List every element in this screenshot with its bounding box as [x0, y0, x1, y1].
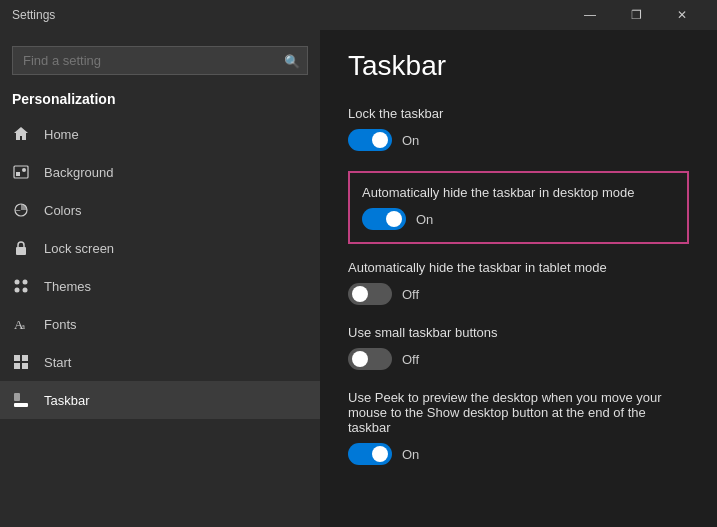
auto-hide-desktop-toggle[interactable] [362, 208, 406, 230]
search-input[interactable] [12, 46, 308, 75]
small-buttons-thumb [352, 351, 368, 367]
lock-taskbar-toggle-row: On [348, 129, 689, 151]
svg-rect-15 [14, 403, 28, 407]
setting-auto-hide-tablet: Automatically hide the taskbar in tablet… [348, 260, 689, 305]
setting-small-buttons: Use small taskbar buttons Off [348, 325, 689, 370]
svg-point-2 [22, 168, 26, 172]
sidebar: 🔍 Personalization Home Background [0, 30, 320, 527]
colors-icon [12, 201, 30, 219]
peek-preview-state: On [402, 447, 419, 462]
sidebar-item-colors[interactable]: Colors [0, 191, 320, 229]
svg-point-5 [15, 280, 20, 285]
background-icon [12, 163, 30, 181]
lock-taskbar-state: On [402, 133, 419, 148]
peek-preview-label: Use Peek to preview the desktop when you… [348, 390, 689, 435]
sidebar-item-home[interactable]: Home [0, 115, 320, 153]
sidebar-item-label-start: Start [44, 355, 71, 370]
sidebar-section-title: Personalization [0, 87, 320, 115]
search-container: 🔍 [12, 46, 308, 75]
svg-rect-16 [14, 393, 20, 401]
sidebar-item-label-home: Home [44, 127, 79, 142]
lock-taskbar-label: Lock the taskbar [348, 106, 689, 121]
auto-hide-tablet-toggle-row: Off [348, 283, 689, 305]
svg-point-8 [23, 288, 28, 293]
peek-preview-toggle-row: On [348, 443, 689, 465]
sidebar-item-start[interactable]: Start [0, 343, 320, 381]
auto-hide-desktop-label: Automatically hide the taskbar in deskto… [362, 185, 675, 200]
sidebar-item-label-colors: Colors [44, 203, 82, 218]
auto-hide-desktop-toggle-row: On [362, 208, 675, 230]
sidebar-item-label-background: Background [44, 165, 113, 180]
svg-point-7 [15, 288, 20, 293]
app-body: 🔍 Personalization Home Background [0, 30, 717, 527]
setting-peek-preview: Use Peek to preview the desktop when you… [348, 390, 689, 465]
search-icon: 🔍 [284, 53, 300, 68]
sidebar-item-label-lock-screen: Lock screen [44, 241, 114, 256]
close-button[interactable]: ✕ [659, 0, 705, 30]
sidebar-item-label-fonts: Fonts [44, 317, 77, 332]
sidebar-item-themes[interactable]: Themes [0, 267, 320, 305]
auto-hide-tablet-thumb [352, 286, 368, 302]
small-buttons-state: Off [402, 352, 419, 367]
themes-icon [12, 277, 30, 295]
svg-point-6 [23, 280, 28, 285]
maximize-button[interactable]: ❐ [613, 0, 659, 30]
content-area: Taskbar Lock the taskbar On Automaticall… [320, 30, 717, 527]
setting-lock-taskbar: Lock the taskbar On [348, 106, 689, 151]
auto-hide-desktop-thumb [386, 211, 402, 227]
fonts-icon: A a [12, 315, 30, 333]
auto-hide-tablet-toggle[interactable] [348, 283, 392, 305]
lock-taskbar-thumb [372, 132, 388, 148]
svg-rect-14 [22, 363, 28, 369]
start-icon [12, 353, 30, 371]
sidebar-item-label-themes: Themes [44, 279, 91, 294]
sidebar-item-fonts[interactable]: A a Fonts [0, 305, 320, 343]
svg-rect-1 [16, 172, 20, 176]
sidebar-item-taskbar[interactable]: Taskbar [0, 381, 320, 419]
sidebar-item-background[interactable]: Background [0, 153, 320, 191]
title-bar: Settings — ❐ ✕ [0, 0, 717, 30]
minimize-button[interactable]: — [567, 0, 613, 30]
peek-preview-toggle[interactable] [348, 443, 392, 465]
sidebar-item-lock-screen[interactable]: Lock screen [0, 229, 320, 267]
app-title: Settings [12, 8, 567, 22]
home-icon [12, 125, 30, 143]
setting-auto-hide-desktop: Automatically hide the taskbar in deskto… [348, 171, 689, 244]
auto-hide-desktop-state: On [416, 212, 433, 227]
svg-text:a: a [21, 321, 25, 331]
sidebar-item-label-taskbar: Taskbar [44, 393, 90, 408]
svg-rect-11 [14, 355, 20, 361]
peek-preview-thumb [372, 446, 388, 462]
taskbar-icon [12, 391, 30, 409]
lock-icon [12, 239, 30, 257]
svg-rect-13 [14, 363, 20, 369]
auto-hide-tablet-label: Automatically hide the taskbar in tablet… [348, 260, 689, 275]
small-buttons-label: Use small taskbar buttons [348, 325, 689, 340]
svg-rect-4 [16, 247, 26, 255]
page-title: Taskbar [348, 50, 689, 82]
small-buttons-toggle-row: Off [348, 348, 689, 370]
small-buttons-toggle[interactable] [348, 348, 392, 370]
auto-hide-tablet-state: Off [402, 287, 419, 302]
svg-rect-12 [22, 355, 28, 361]
lock-taskbar-toggle[interactable] [348, 129, 392, 151]
window-controls: — ❐ ✕ [567, 0, 705, 30]
